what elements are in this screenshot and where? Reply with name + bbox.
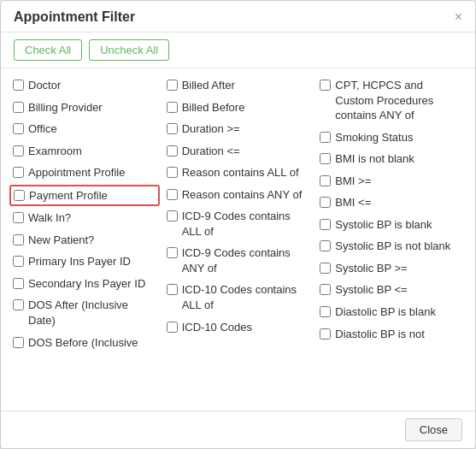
filter-item-diastolic-not-blank[interactable]: Diastolic BP is not [316,324,467,345]
label-icd9-contains-any: ICD-9 Codes contains ANY of [182,245,310,275]
label-icd10-contains-all: ICD-10 Codes contains ALL of [182,282,310,312]
label-bmi-not-blank: BMI is not blank [335,151,414,167]
filter-item-walk-in[interactable]: Walk In? [9,208,160,228]
filter-column-3: CPT, HCPCS and Custom Procedures contain… [316,75,467,404]
checkbox-bmi-gte[interactable] [320,175,331,186]
modal-header: Appointment Filter × [1,1,475,32]
checkbox-payment-profile[interactable] [14,190,25,201]
label-icd10-contains-any: ICD-10 Codes [182,320,252,335]
modal-title: Appointment Filter [14,9,135,25]
label-reason-contains-all: Reason contains ALL of [182,165,299,180]
checkbox-walk-in[interactable] [13,212,24,223]
label-bmi-lte: BMI <= [335,195,371,210]
label-billed-after: Billed After [182,78,235,93]
filter-item-bmi-not-blank[interactable]: BMI is not blank [316,149,467,169]
checkbox-bmi-lte[interactable] [320,197,331,208]
checkbox-icd9-contains-all[interactable] [167,210,178,222]
filter-item-cpt-hcpcs[interactable]: CPT, HCPCS and Custom Procedures contain… [316,75,467,126]
checkbox-dos-before[interactable] [13,337,24,348]
filter-item-duration-gte[interactable]: Duration >= [163,119,314,139]
checkbox-diastolic-blank[interactable] [320,306,331,317]
filter-item-dos-before[interactable]: DOS Before (Inclusive [9,333,160,353]
filter-item-bmi-gte[interactable]: BMI >= [316,171,467,192]
filter-item-diastolic-blank[interactable]: Diastolic BP is blank [316,302,467,322]
label-systolic-gte: Systolic BP >= [335,261,407,276]
filter-item-systolic-lte[interactable]: Systolic BP <= [316,280,467,300]
checkbox-cpt-hcpcs[interactable] [320,80,331,91]
filter-column-2: Billed AfterBilled BeforeDuration >=Dura… [163,75,314,404]
filter-item-icd10-contains-all[interactable]: ICD-10 Codes contains ALL of [163,280,314,315]
checkbox-secondary-ins-payer[interactable] [13,278,24,289]
checkbox-icd10-contains-any[interactable] [167,322,178,333]
checkbox-systolic-lte[interactable] [320,284,331,295]
checkbox-new-patient[interactable] [13,234,24,245]
checkbox-icd10-contains-all[interactable] [167,284,178,295]
filter-item-systolic-gte[interactable]: Systolic BP >= [316,258,467,279]
filter-item-appointment-profile[interactable]: Appointment Profile [9,162,160,183]
label-bmi-gte: BMI >= [335,174,371,189]
appointment-filter-modal: Appointment Filter × Check All Uncheck A… [0,0,476,449]
label-cpt-hcpcs: CPT, HCPCS and Custom Procedures contain… [335,78,463,123]
checkbox-systolic-blank[interactable] [320,219,331,230]
filter-item-icd10-contains-any[interactable]: ICD-10 Codes [163,317,314,338]
filter-item-bmi-lte[interactable]: BMI <= [316,192,467,213]
label-duration-gte: Duration >= [182,121,240,137]
filter-item-icd9-contains-any[interactable]: ICD-9 Codes contains ANY of [163,243,314,278]
checkbox-appointment-profile[interactable] [13,167,24,178]
checkbox-billed-after[interactable] [167,80,178,91]
filter-item-secondary-ins-payer[interactable]: Secondary Ins Payer ID [9,274,160,294]
checkbox-duration-gte[interactable] [167,123,178,134]
label-dos-after: DOS After (Inclusive Date) [28,298,156,328]
label-systolic-lte: Systolic BP <= [335,282,407,298]
modal-footer: Close [1,411,475,448]
label-diastolic-blank: Diastolic BP is blank [335,304,436,320]
checkbox-office[interactable] [13,123,24,134]
filter-item-new-patient[interactable]: New Patient? [9,230,160,251]
uncheck-all-button[interactable]: Uncheck All [89,39,169,61]
filter-item-payment-profile[interactable]: Payment Profile [9,185,160,207]
label-billed-before: Billed Before [182,100,245,115]
checkbox-systolic-gte[interactable] [320,263,331,274]
label-systolic-not-blank: Systolic BP is not blank [335,239,450,254]
checkbox-icd9-contains-any[interactable] [167,247,178,258]
close-button[interactable]: Close [405,418,462,441]
filter-item-icd9-contains-all[interactable]: ICD-9 Codes contains ALL of [163,206,314,241]
filter-item-primary-ins-payer[interactable]: Primary Ins Payer ID [9,251,160,272]
checkbox-billing-provider[interactable] [13,102,24,113]
label-dos-before: DOS Before (Inclusive [28,335,138,351]
filter-item-reason-contains-any[interactable]: Reason contains ANY of [163,185,314,205]
filter-item-smoking-status[interactable]: Smoking Status [316,127,467,148]
filter-item-examroom[interactable]: Examroom [9,141,160,162]
filter-item-billing-provider[interactable]: Billing Provider [9,97,160,118]
filter-item-billed-after[interactable]: Billed After [163,75,314,96]
checkbox-duration-lte[interactable] [167,145,178,157]
checkbox-diastolic-not-blank[interactable] [320,328,331,340]
check-all-button[interactable]: Check All [14,39,82,61]
checkbox-billed-before[interactable] [167,102,178,113]
label-primary-ins-payer: Primary Ins Payer ID [28,254,131,269]
checkbox-smoking-status[interactable] [320,132,331,143]
filter-item-dos-after[interactable]: DOS After (Inclusive Date) [9,295,160,330]
filter-item-office[interactable]: Office [9,119,160,139]
checkbox-primary-ins-payer[interactable] [13,256,24,267]
label-examroom: Examroom [28,144,82,159]
filter-columns: DoctorBilling ProviderOfficeExamroomAppo… [1,68,475,411]
checkbox-systolic-not-blank[interactable] [320,240,331,251]
checkbox-examroom[interactable] [13,145,24,157]
checkbox-bmi-not-blank[interactable] [320,153,331,164]
filter-item-billed-before[interactable]: Billed Before [163,97,314,118]
label-walk-in: Walk In? [28,210,71,226]
filter-item-systolic-blank[interactable]: Systolic BP is blank [316,215,467,235]
checkbox-doctor[interactable] [13,80,24,91]
label-duration-lte: Duration <= [182,144,240,159]
filter-item-doctor[interactable]: Doctor [9,75,160,96]
close-icon[interactable]: × [455,10,462,24]
filter-item-duration-lte[interactable]: Duration <= [163,141,314,162]
filter-item-systolic-not-blank[interactable]: Systolic BP is not blank [316,236,467,257]
label-new-patient: New Patient? [28,233,94,248]
label-appointment-profile: Appointment Profile [28,165,125,180]
checkbox-dos-after[interactable] [13,299,24,310]
filter-item-reason-contains-all[interactable]: Reason contains ALL of [163,162,314,183]
checkbox-reason-contains-all[interactable] [167,167,178,178]
checkbox-reason-contains-any[interactable] [167,189,178,200]
